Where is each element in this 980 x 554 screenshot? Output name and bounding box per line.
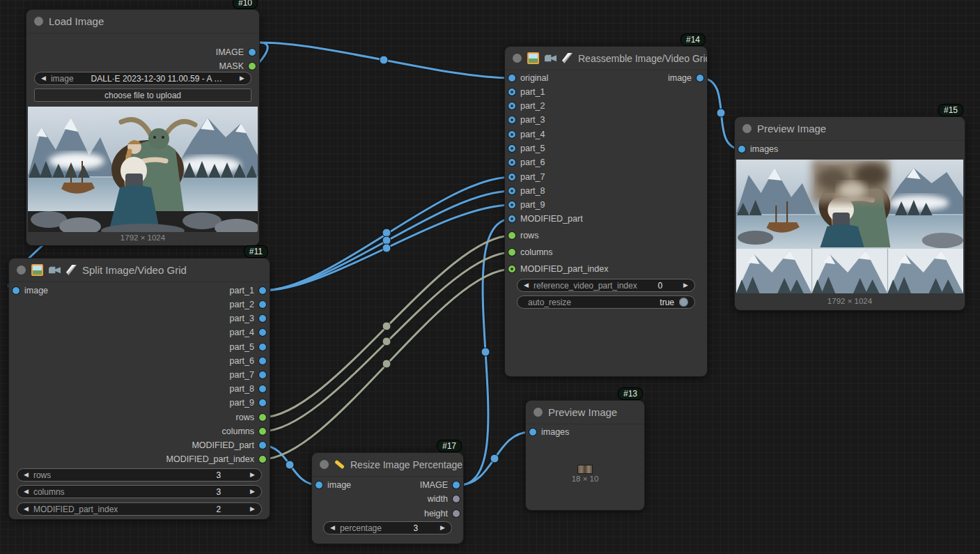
input-port[interactable]: [508, 145, 515, 152]
modified-part-index-widget[interactable]: ◀ MODIFIED_part_index 2 ▶: [17, 502, 262, 516]
node-header[interactable]: Resize Image Percentage: [312, 453, 463, 477]
link-dot[interactable]: [380, 56, 388, 64]
graph-canvas[interactable]: { "icons": { "arrow_left": "◀", "arrow_r…: [0, 0, 980, 554]
slot-label: part_7: [520, 172, 545, 182]
percentage-widget[interactable]: ◀ percentage 3 ▶: [323, 521, 452, 534]
output-slot-modified-part-index: MODIFIED_part_index: [166, 452, 266, 466]
input-port[interactable]: [738, 146, 745, 153]
input-port[interactable]: [508, 75, 515, 82]
link-dot[interactable]: [382, 244, 391, 252]
link-dot[interactable]: [717, 109, 725, 117]
link-dot[interactable]: [481, 348, 490, 356]
increment-icon[interactable]: ▶: [440, 522, 445, 534]
node-header[interactable]: Load Image: [26, 10, 259, 33]
input-port[interactable]: [508, 187, 515, 194]
output-port[interactable]: [453, 495, 460, 502]
input-slot-part8: part_8: [508, 184, 545, 198]
decrement-icon[interactable]: ◀: [24, 486, 29, 498]
input-port[interactable]: [508, 232, 515, 239]
input-port[interactable]: [508, 266, 515, 272]
node-id-badge: #14: [681, 34, 705, 45]
reference-video-part-index-widget[interactable]: ◀ reference_video_part_index 0 ▶: [517, 279, 695, 292]
node-header[interactable]: Reassemble Image/Video Grid: [505, 47, 707, 70]
toggle-knob[interactable]: [679, 298, 688, 307]
output-port[interactable]: [259, 385, 266, 392]
output-port[interactable]: [249, 63, 256, 70]
node-title: Preview Image: [548, 406, 617, 418]
increment-icon[interactable]: ▶: [683, 279, 688, 291]
columns-widget[interactable]: ◀ columns 3 ▶: [17, 485, 262, 498]
input-port[interactable]: [529, 429, 536, 436]
node-load-image[interactable]: #10 Load Image IMAGE MASK ◀ image DALL·E…: [26, 10, 259, 245]
input-port[interactable]: [508, 174, 515, 180]
output-port[interactable]: [259, 315, 266, 322]
increment-icon[interactable]: ▶: [250, 503, 255, 515]
decrement-icon[interactable]: ◀: [24, 503, 29, 515]
output-port[interactable]: [453, 482, 460, 488]
output-port[interactable]: [453, 510, 460, 517]
collapse-dot[interactable]: [513, 54, 522, 63]
link-dot[interactable]: [382, 236, 391, 245]
node-header[interactable]: Preview Image: [526, 401, 644, 424]
output-port[interactable]: [259, 428, 266, 435]
decrement-icon[interactable]: ◀: [330, 522, 335, 534]
slot-label: part_1: [520, 87, 545, 97]
increment-icon[interactable]: ▶: [250, 486, 255, 498]
link-dot[interactable]: [382, 360, 391, 368]
collapse-dot[interactable]: [34, 17, 43, 26]
increment-icon[interactable]: ▶: [250, 469, 255, 481]
input-slot-part2: part_2: [508, 99, 545, 113]
knife-icon: [66, 265, 77, 275]
input-port[interactable]: [508, 215, 515, 222]
output-port[interactable]: [259, 329, 266, 336]
output-port[interactable]: [259, 442, 266, 449]
input-port[interactable]: [508, 249, 515, 256]
node-resize-image-percentage[interactable]: #17 Resize Image Percentage image IMAGE …: [312, 453, 463, 544]
output-port[interactable]: [259, 371, 266, 378]
link-dot[interactable]: [382, 322, 391, 330]
input-port[interactable]: [316, 482, 322, 488]
output-port[interactable]: [259, 456, 266, 463]
node-preview-image-small[interactable]: #13 Preview Image images 18 × 10: [526, 401, 644, 510]
input-port[interactable]: [508, 201, 515, 208]
output-port[interactable]: [697, 75, 703, 82]
input-slot-image: image: [13, 284, 48, 298]
output-port[interactable]: [259, 344, 266, 351]
output-port[interactable]: [259, 414, 266, 421]
output-slot-part4: part_4: [230, 325, 266, 339]
output-port[interactable]: [259, 301, 266, 308]
input-port[interactable]: [13, 287, 20, 294]
collapse-dot[interactable]: [742, 124, 752, 133]
link-dot[interactable]: [382, 337, 391, 346]
output-port[interactable]: [259, 287, 266, 294]
slot-label: part_3: [230, 314, 254, 323]
link-dot[interactable]: [490, 454, 499, 463]
choose-file-button[interactable]: choose file to upload: [34, 89, 251, 102]
node-split-grid[interactable]: #11 Split Image/Video Grid image part_1 …: [9, 259, 270, 519]
node-preview-image-large[interactable]: #15 Preview Image images: [735, 117, 965, 310]
prev-image-icon[interactable]: ◀: [41, 72, 46, 84]
link-dot[interactable]: [382, 229, 391, 237]
collapse-dot[interactable]: [17, 266, 26, 275]
collapse-dot[interactable]: [534, 408, 543, 417]
output-port[interactable]: [259, 399, 266, 406]
output-port[interactable]: [259, 357, 266, 364]
node-header[interactable]: Split Image/Video Grid: [9, 259, 270, 282]
decrement-icon[interactable]: ◀: [24, 469, 29, 481]
node-header[interactable]: Preview Image: [735, 117, 965, 141]
input-port[interactable]: [508, 131, 515, 138]
next-image-icon[interactable]: ▶: [240, 72, 244, 84]
input-slot-images: images: [529, 425, 569, 439]
collapse-dot[interactable]: [320, 460, 329, 469]
input-port[interactable]: [508, 89, 515, 95]
image-selector-widget[interactable]: ◀ image DALL·E 2023-12-30 11.00.59 - A ……: [34, 72, 251, 85]
output-port[interactable]: [249, 49, 256, 56]
input-port[interactable]: [508, 116, 515, 123]
decrement-icon[interactable]: ◀: [524, 279, 529, 291]
auto-resize-toggle[interactable]: auto_resize true: [517, 295, 695, 309]
input-port[interactable]: [508, 159, 515, 166]
node-reassemble-grid[interactable]: #14 Reassemble Image/Video Grid original…: [505, 47, 707, 376]
input-port[interactable]: [508, 102, 515, 109]
link-dot[interactable]: [286, 461, 294, 469]
rows-widget[interactable]: ◀ rows 3 ▶: [17, 468, 262, 482]
